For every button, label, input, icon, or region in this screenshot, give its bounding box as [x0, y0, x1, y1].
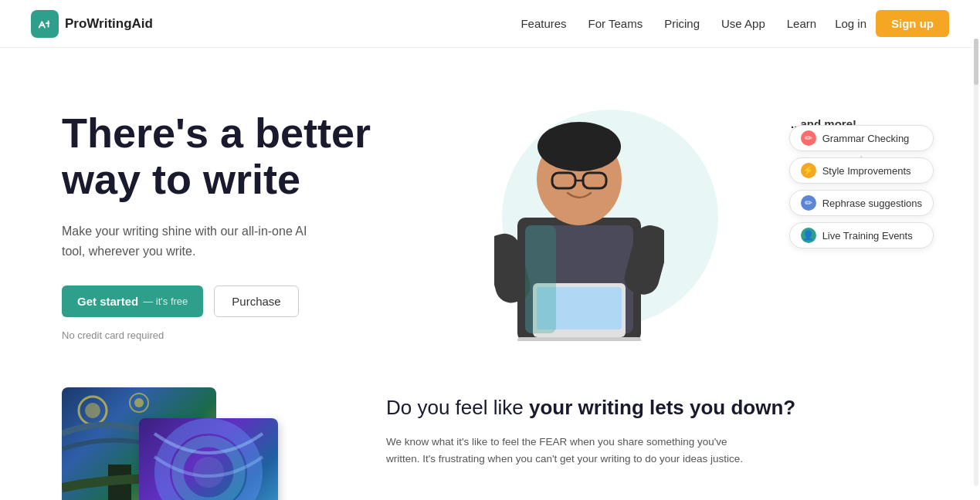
style-icon: ⚡ [801, 163, 816, 178]
painting-front [139, 418, 278, 500]
chip-grammar: ✏ Grammar Checking [789, 125, 934, 151]
nav-pricing[interactable]: Pricing [664, 17, 700, 30]
section2-text: Do you feel like your writing lets you d… [386, 387, 918, 467]
nav-learn[interactable]: Learn [787, 17, 816, 30]
svg-point-3 [537, 122, 621, 171]
section2-body: We know what it's like to feel the FEAR … [386, 434, 757, 467]
svg-point-14 [85, 403, 100, 418]
nav-for-teams[interactable]: For Teams [588, 17, 643, 30]
svg-point-21 [193, 457, 224, 488]
navbar: ProWritingAid Features For Teams Pricing… [0, 0, 980, 48]
svg-point-16 [134, 398, 144, 407]
hero-section: There's a better way to write Make your … [0, 48, 980, 372]
nav-links: Features For Teams Pricing Use App Learn [521, 17, 816, 30]
logo-icon [31, 10, 59, 38]
hero-illustration [494, 102, 664, 341]
hero-left: There's a better way to write Make your … [62, 94, 463, 341]
scrollbar-thumb[interactable] [974, 39, 978, 85]
section2-title: Do you feel like your writing lets you d… [386, 395, 918, 421]
nav-features[interactable]: Features [521, 17, 566, 30]
grammar-icon: ✏ [801, 130, 816, 146]
scrollbar[interactable] [974, 39, 978, 486]
chip-training: 👤 Live Training Events [789, 222, 934, 248]
brand-name: ProWritingAid [65, 16, 153, 32]
hero-right: ...and more! ✦ ✏ Grammar Checking ⚡ Styl… [463, 94, 918, 341]
chip-rephrase: ✏ Rephrase suggestions [789, 190, 934, 216]
feature-chips: ✏ Grammar Checking ⚡ Style Improvements … [789, 125, 934, 248]
section2-images: My idea in my head [62, 387, 340, 500]
logo-link[interactable]: ProWritingAid [31, 10, 153, 38]
signup-button[interactable]: Sign up [876, 10, 949, 37]
nav-use-app[interactable]: Use App [721, 17, 765, 30]
purchase-button[interactable]: Purchase [214, 285, 298, 317]
section2: My idea in my head Do you feel like your… [0, 372, 980, 500]
hero-buttons: Get started — it's free Purchase [62, 285, 463, 317]
svg-rect-12 [525, 225, 556, 333]
hero-subtitle: Make your writing shine with our all-in-… [62, 221, 324, 261]
svg-rect-11 [517, 337, 641, 341]
hero-title: There's a better way to write [62, 110, 463, 203]
rephrase-icon: ✏ [801, 195, 816, 211]
painting-stack: My idea in my head [62, 387, 324, 500]
get-started-button[interactable]: Get started — it's free [62, 285, 203, 317]
chip-style: ⚡ Style Improvements [789, 157, 934, 184]
no-credit-card-label: No credit card required [62, 329, 463, 341]
training-icon: 👤 [801, 228, 816, 243]
login-button[interactable]: Log in [835, 17, 866, 30]
